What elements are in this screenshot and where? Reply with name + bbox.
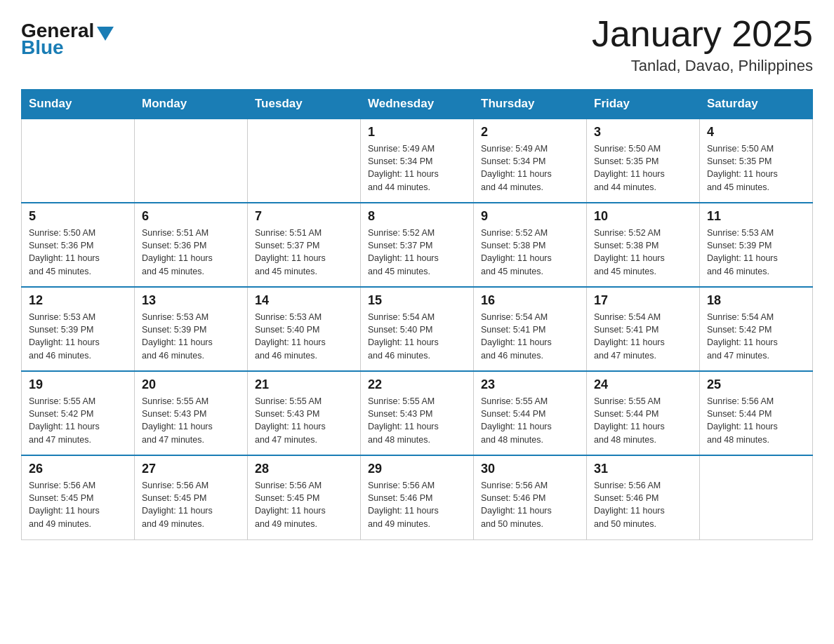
calendar-cell: 28Sunrise: 5:56 AMSunset: 5:45 PMDayligh… — [248, 455, 361, 539]
calendar-cell: 12Sunrise: 5:53 AMSunset: 5:39 PMDayligh… — [22, 287, 135, 371]
day-info: Sunrise: 5:53 AMSunset: 5:39 PMDaylight:… — [142, 311, 240, 362]
day-number: 14 — [255, 293, 353, 308]
day-number: 23 — [481, 377, 579, 392]
day-info: Sunrise: 5:54 AMSunset: 5:41 PMDaylight:… — [594, 311, 692, 362]
day-info: Sunrise: 5:53 AMSunset: 5:40 PMDaylight:… — [255, 311, 353, 362]
day-info: Sunrise: 5:52 AMSunset: 5:38 PMDaylight:… — [594, 227, 692, 278]
day-number: 9 — [481, 209, 579, 224]
calendar-cell: 16Sunrise: 5:54 AMSunset: 5:41 PMDayligh… — [474, 287, 587, 371]
day-info: Sunrise: 5:56 AMSunset: 5:46 PMDaylight:… — [594, 479, 692, 530]
day-number: 26 — [29, 462, 127, 476]
day-info: Sunrise: 5:53 AMSunset: 5:39 PMDaylight:… — [29, 311, 127, 362]
day-number: 29 — [368, 462, 466, 476]
day-info: Sunrise: 5:53 AMSunset: 5:39 PMDaylight:… — [707, 227, 805, 278]
calendar-cell: 3Sunrise: 5:50 AMSunset: 5:35 PMDaylight… — [587, 119, 700, 203]
calendar-cell: 29Sunrise: 5:56 AMSunset: 5:46 PMDayligh… — [361, 455, 474, 539]
calendar-cell: 9Sunrise: 5:52 AMSunset: 5:38 PMDaylight… — [474, 203, 587, 287]
location-title: Tanlad, Davao, Philippines — [592, 57, 813, 75]
day-info: Sunrise: 5:55 AMSunset: 5:44 PMDaylight:… — [481, 395, 579, 446]
day-info: Sunrise: 5:49 AMSunset: 5:34 PMDaylight:… — [368, 142, 466, 194]
day-info: Sunrise: 5:52 AMSunset: 5:37 PMDaylight:… — [368, 227, 466, 278]
day-info: Sunrise: 5:56 AMSunset: 5:45 PMDaylight:… — [142, 479, 240, 530]
day-number: 18 — [707, 293, 805, 308]
day-info: Sunrise: 5:55 AMSunset: 5:44 PMDaylight:… — [594, 395, 692, 446]
calendar-cell: 8Sunrise: 5:52 AMSunset: 5:37 PMDaylight… — [361, 203, 474, 287]
week-row-4: 19Sunrise: 5:55 AMSunset: 5:42 PMDayligh… — [22, 371, 813, 455]
calendar-cell: 11Sunrise: 5:53 AMSunset: 5:39 PMDayligh… — [700, 203, 813, 287]
calendar-cell: 23Sunrise: 5:55 AMSunset: 5:44 PMDayligh… — [474, 371, 587, 455]
calendar-cell: 2Sunrise: 5:49 AMSunset: 5:34 PMDaylight… — [474, 119, 587, 203]
day-number: 2 — [481, 125, 579, 140]
logo-triangle-icon — [97, 27, 114, 41]
day-info: Sunrise: 5:54 AMSunset: 5:42 PMDaylight:… — [707, 311, 805, 362]
calendar-cell: 10Sunrise: 5:52 AMSunset: 5:38 PMDayligh… — [587, 203, 700, 287]
day-number: 27 — [142, 462, 240, 476]
header-saturday: Saturday — [700, 90, 813, 119]
calendar-cell — [22, 119, 135, 203]
logo: General Blue — [21, 14, 114, 58]
day-info: Sunrise: 5:51 AMSunset: 5:37 PMDaylight:… — [255, 227, 353, 278]
day-number: 12 — [29, 293, 127, 308]
calendar-cell: 13Sunrise: 5:53 AMSunset: 5:39 PMDayligh… — [135, 287, 248, 371]
calendar-cell: 27Sunrise: 5:56 AMSunset: 5:45 PMDayligh… — [135, 455, 248, 539]
calendar-cell: 30Sunrise: 5:56 AMSunset: 5:46 PMDayligh… — [474, 455, 587, 539]
calendar-cell: 21Sunrise: 5:55 AMSunset: 5:43 PMDayligh… — [248, 371, 361, 455]
day-info: Sunrise: 5:50 AMSunset: 5:35 PMDaylight:… — [594, 142, 692, 194]
day-number: 5 — [29, 209, 127, 224]
header-sunday: Sunday — [22, 90, 135, 119]
calendar-cell: 4Sunrise: 5:50 AMSunset: 5:35 PMDaylight… — [700, 119, 813, 203]
calendar-cell: 5Sunrise: 5:50 AMSunset: 5:36 PMDaylight… — [22, 203, 135, 287]
day-info: Sunrise: 5:50 AMSunset: 5:36 PMDaylight:… — [29, 227, 127, 278]
day-info: Sunrise: 5:49 AMSunset: 5:34 PMDaylight:… — [481, 142, 579, 194]
day-number: 16 — [481, 293, 579, 308]
day-info: Sunrise: 5:51 AMSunset: 5:36 PMDaylight:… — [142, 227, 240, 278]
day-info: Sunrise: 5:56 AMSunset: 5:46 PMDaylight:… — [481, 479, 579, 530]
day-number: 10 — [594, 209, 692, 224]
calendar-cell: 20Sunrise: 5:55 AMSunset: 5:43 PMDayligh… — [135, 371, 248, 455]
title-block: January 2025 Tanlad, Davao, Philippines — [592, 14, 813, 75]
day-info: Sunrise: 5:55 AMSunset: 5:43 PMDaylight:… — [142, 395, 240, 446]
logo-blue-text: Blue — [21, 38, 114, 58]
day-number: 6 — [142, 209, 240, 224]
calendar-table: Sunday Monday Tuesday Wednesday Thursday… — [21, 89, 813, 540]
day-info: Sunrise: 5:55 AMSunset: 5:43 PMDaylight:… — [255, 395, 353, 446]
header-monday: Monday — [135, 90, 248, 119]
calendar-cell: 1Sunrise: 5:49 AMSunset: 5:34 PMDaylight… — [361, 119, 474, 203]
day-number: 25 — [707, 377, 805, 392]
page-header: General Blue January 2025 Tanlad, Davao,… — [21, 14, 813, 75]
day-info: Sunrise: 5:56 AMSunset: 5:45 PMDaylight:… — [29, 479, 127, 530]
calendar-cell — [700, 455, 813, 539]
month-title: January 2025 — [592, 14, 813, 54]
week-row-5: 26Sunrise: 5:56 AMSunset: 5:45 PMDayligh… — [22, 455, 813, 539]
header-tuesday: Tuesday — [248, 90, 361, 119]
day-info: Sunrise: 5:55 AMSunset: 5:43 PMDaylight:… — [368, 395, 466, 446]
day-number: 30 — [481, 462, 579, 476]
calendar-cell: 19Sunrise: 5:55 AMSunset: 5:42 PMDayligh… — [22, 371, 135, 455]
day-number: 4 — [707, 125, 805, 140]
calendar-cell: 25Sunrise: 5:56 AMSunset: 5:44 PMDayligh… — [700, 371, 813, 455]
day-info: Sunrise: 5:55 AMSunset: 5:42 PMDaylight:… — [29, 395, 127, 446]
calendar-cell: 24Sunrise: 5:55 AMSunset: 5:44 PMDayligh… — [587, 371, 700, 455]
week-row-3: 12Sunrise: 5:53 AMSunset: 5:39 PMDayligh… — [22, 287, 813, 371]
header-wednesday: Wednesday — [361, 90, 474, 119]
header-row: Sunday Monday Tuesday Wednesday Thursday… — [22, 90, 813, 119]
day-number: 19 — [29, 377, 127, 392]
calendar-cell: 17Sunrise: 5:54 AMSunset: 5:41 PMDayligh… — [587, 287, 700, 371]
calendar-cell: 15Sunrise: 5:54 AMSunset: 5:40 PMDayligh… — [361, 287, 474, 371]
day-info: Sunrise: 5:54 AMSunset: 5:40 PMDaylight:… — [368, 311, 466, 362]
day-number: 24 — [594, 377, 692, 392]
day-number: 1 — [368, 125, 466, 140]
calendar-cell: 22Sunrise: 5:55 AMSunset: 5:43 PMDayligh… — [361, 371, 474, 455]
calendar-cell: 14Sunrise: 5:53 AMSunset: 5:40 PMDayligh… — [248, 287, 361, 371]
calendar-cell: 6Sunrise: 5:51 AMSunset: 5:36 PMDaylight… — [135, 203, 248, 287]
day-number: 3 — [594, 125, 692, 140]
day-info: Sunrise: 5:56 AMSunset: 5:46 PMDaylight:… — [368, 479, 466, 530]
day-number: 21 — [255, 377, 353, 392]
calendar-cell: 18Sunrise: 5:54 AMSunset: 5:42 PMDayligh… — [700, 287, 813, 371]
day-number: 13 — [142, 293, 240, 308]
calendar-cell: 7Sunrise: 5:51 AMSunset: 5:37 PMDaylight… — [248, 203, 361, 287]
calendar-cell — [248, 119, 361, 203]
day-info: Sunrise: 5:56 AMSunset: 5:45 PMDaylight:… — [255, 479, 353, 530]
header-friday: Friday — [587, 90, 700, 119]
day-number: 28 — [255, 462, 353, 476]
